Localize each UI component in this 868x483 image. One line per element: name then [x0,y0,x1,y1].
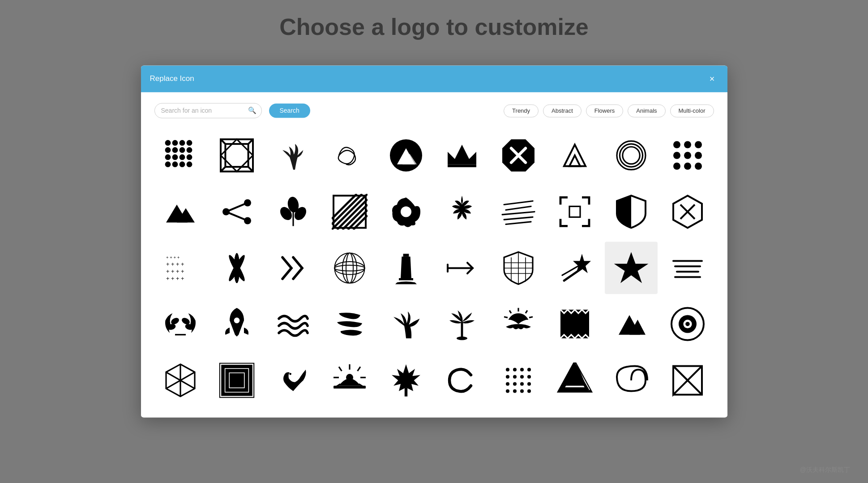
filter-abstract[interactable]: Abstract [543,104,582,117]
svg-point-163 [527,390,531,393]
icon-circle-seal[interactable] [605,129,658,182]
icon-shooting-star[interactable] [548,242,601,294]
icon-snowflake[interactable] [210,242,263,294]
svg-point-137 [289,373,291,375]
icon-c-logo[interactable] [436,354,489,407]
svg-line-116 [526,310,527,313]
icon-spiral[interactable] [605,354,658,407]
filter-multicolor[interactable]: Multi-color [670,104,714,117]
svg-text:+ + + +: + + + + [166,255,180,260]
icon-diagonal-lines[interactable] [323,185,376,238]
svg-text:+ + + +: + + + + [166,261,184,267]
icon-laurel-wreath[interactable] [154,298,207,351]
icon-crown[interactable] [436,129,489,182]
svg-point-82 [334,253,364,283]
svg-rect-133 [234,377,240,383]
svg-point-4 [165,147,171,153]
svg-line-68 [504,217,533,220]
svg-point-149 [513,368,517,372]
icon-mountain-range[interactable] [154,185,207,238]
icon-cross-pattern[interactable]: + + + + + + + + + + + + + + + + [154,242,207,294]
icon-arrow-right[interactable] [436,242,489,294]
icon-bird[interactable] [267,354,320,407]
svg-point-33 [617,141,646,169]
svg-rect-112 [461,322,463,339]
icon-scribble-strokes[interactable] [492,185,545,238]
icon-waves[interactable] [267,298,320,351]
svg-line-66 [506,206,531,210]
icon-sunrise[interactable] [323,354,376,407]
icon-folded-corner[interactable] [661,354,714,407]
svg-point-11 [187,154,192,160]
svg-point-9 [172,154,178,160]
icon-fabric-square[interactable] [548,298,601,351]
icon-double-triangle[interactable] [548,129,601,182]
svg-line-69 [506,222,531,225]
icon-lighthouse[interactable] [380,242,432,294]
filter-trendy[interactable]: Trendy [504,104,539,117]
svg-rect-27 [448,164,476,167]
icon-sunrise-sea[interactable] [492,298,545,351]
icon-double-chevron[interactable] [267,242,320,294]
svg-line-50 [226,203,248,212]
icon-dot-grid[interactable] [492,354,545,407]
svg-point-1 [172,140,178,146]
icon-leaf-branch[interactable] [267,185,320,238]
icon-sphere-mesh[interactable] [323,242,376,294]
icon-focus-frame[interactable] [548,185,601,238]
close-button[interactable]: × [706,72,718,85]
icon-mountain-peaks[interactable] [605,298,658,351]
svg-point-40 [684,152,691,159]
svg-point-36 [673,141,680,148]
svg-point-125 [685,322,690,326]
svg-point-85 [334,265,364,271]
filter-animals[interactable]: Animals [628,104,665,117]
icon-horizontal-lines[interactable] [661,242,714,294]
svg-point-13 [172,161,178,167]
svg-point-159 [527,382,531,386]
icon-shield-half[interactable] [605,185,658,238]
search-input[interactable] [154,103,262,118]
icon-rocket[interactable] [210,298,263,351]
icon-x-octagon[interactable] [492,129,545,182]
icon-palm-tree[interactable] [436,298,489,351]
icon-connected-dots[interactable] [210,185,263,238]
svg-text:+ + + +: + + + + [166,268,184,275]
icon-hexagon-x[interactable] [661,185,714,238]
svg-point-14 [180,161,185,167]
icon-nine-dots[interactable] [661,129,714,182]
icon-eye-circle[interactable] [661,298,714,351]
icon-hexagon-wireframe[interactable] [154,354,207,407]
svg-point-3 [187,140,192,146]
svg-line-67 [502,212,534,214]
icon-dots-pattern[interactable] [154,129,207,182]
icon-shield-mesh[interactable] [492,242,545,294]
svg-rect-87 [403,254,409,256]
svg-line-115 [509,310,511,313]
icon-mountain-circle[interactable] [380,129,432,182]
svg-line-117 [504,317,508,318]
icon-nested-squares-2[interactable] [210,354,263,407]
svg-rect-89 [399,278,413,280]
svg-point-2 [180,140,185,146]
search-button[interactable]: Search [269,103,310,118]
svg-line-56 [332,194,368,229]
filter-flowers[interactable]: Flowers [586,104,624,117]
icon-palm-leaf[interactable] [380,298,432,351]
icon-nested-squares[interactable] [210,129,263,182]
icon-impossible-triangle[interactable] [548,354,601,407]
icon-botanical-wreath[interactable] [436,185,489,238]
replace-icon-modal: Replace Icon × 🔍 Search Trendy Abstract … [141,65,727,417]
svg-marker-32 [569,155,580,166]
icon-brush-strokes[interactable] [323,298,376,351]
svg-point-154 [520,375,524,379]
svg-line-51 [226,212,248,220]
icon-floral-blob[interactable] [380,185,432,238]
icon-botanical-branch[interactable] [267,129,320,182]
icon-scribble[interactable] [323,129,376,182]
svg-point-81 [234,253,240,283]
icon-maple-leaf[interactable] [380,354,432,407]
search-row: 🔍 Search Trendy Abstract Flowers Animals… [154,103,714,118]
svg-rect-70 [569,206,580,217]
icon-star-selected[interactable] [605,242,658,294]
